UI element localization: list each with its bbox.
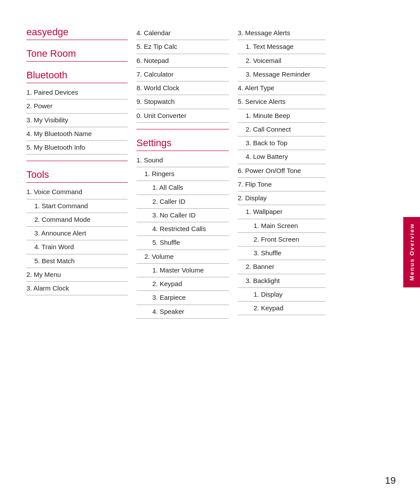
section-header-bluetooth: Bluetooth	[26, 70, 128, 81]
list-item: 4. Restricted Calls	[136, 222, 229, 236]
list-item: 1. All Calls	[136, 181, 229, 195]
list-item: 5. Shuffle	[136, 236, 229, 250]
list-item: 1. Main Screen	[238, 219, 326, 233]
list-item: 3. No Caller ID	[136, 209, 229, 222]
list-item: 1. Sound	[136, 154, 229, 167]
list-item: 1. Ringers	[136, 167, 229, 181]
list-item: 2. Keypad	[136, 277, 229, 291]
list-item: 2. Caller ID	[136, 195, 229, 209]
list-item: 4. Alert Type	[238, 81, 326, 95]
col-left: easyedge Tone Room Bluetooth 1. Paired D…	[26, 26, 136, 319]
list-item: 5. My Bluetooth Info	[26, 141, 128, 155]
list-item: 1. Text Message	[238, 40, 326, 54]
list-item: 1. Start Command	[26, 199, 128, 213]
list-item: 3. Backlight	[238, 274, 326, 288]
section-header-easyedge: easyedge	[26, 26, 128, 38]
list-item: 1. Display	[238, 288, 326, 302]
section-right: 3. Message Alerts 1. Text Message 2. Voi…	[238, 26, 326, 315]
list-item: 1. Voice Command	[26, 185, 128, 199]
list-item: 3. Alarm Clock	[26, 282, 128, 295]
page-container: easyedge Tone Room Bluetooth 1. Paired D…	[0, 0, 420, 345]
list-item: 6. Power On/Off Tone	[238, 164, 326, 178]
list-item: 3. Earpiece	[136, 291, 229, 305]
section-header-tools: Tools	[26, 169, 128, 180]
list-item: 2. My Menu	[26, 268, 128, 282]
list-item: 4. Calendar	[136, 26, 229, 40]
col-mid: 4. Calendar 5. Ez Tip Calc 6. Notepad 7.…	[136, 26, 238, 319]
list-item: 1. Paired Devices	[26, 86, 128, 99]
list-item: 2. Volume	[136, 250, 229, 264]
section-bluetooth: Bluetooth 1. Paired Devices 2. Power 3. …	[26, 70, 128, 155]
list-item: 2. Call Connect	[238, 123, 326, 136]
list-item: 5. Ez Tip Calc	[136, 40, 229, 54]
list-item: 2. Front Screen	[238, 233, 326, 246]
list-item: 8. World Clock	[136, 81, 229, 95]
list-item: 0. Unit Converter	[136, 109, 229, 123]
list-item: 2. Command Mode	[26, 213, 128, 227]
list-item: 1. Minute Beep	[238, 109, 326, 123]
section-easyedge: easyedge	[26, 26, 128, 40]
section-header-toneroom: Tone Room	[26, 48, 128, 59]
content-columns: easyedge Tone Room Bluetooth 1. Paired D…	[26, 26, 407, 319]
list-item: 2. Banner	[238, 260, 326, 274]
list-item: 5. Service Alerts	[238, 95, 326, 109]
list-item: 3. My Visibility	[26, 114, 128, 127]
list-item: 4. Train Word	[26, 240, 128, 254]
side-tab: Menus Overview	[403, 217, 420, 287]
list-item: 3. Back to Top	[238, 136, 326, 150]
list-item: 7. Calculator	[136, 68, 229, 81]
section-tools: Tools 1. Voice Command 1. Start Command …	[26, 169, 128, 295]
section-tools-continued: 4. Calendar 5. Ez Tip Calc 6. Notepad 7.…	[136, 26, 229, 123]
list-item: 3. Message Alerts	[238, 26, 326, 40]
list-item: 6. Notepad	[136, 54, 229, 68]
page-number: 19	[385, 475, 396, 486]
list-item: 1. Wallpaper	[238, 205, 326, 219]
list-item: 2. Keypad	[238, 302, 326, 315]
list-item: 4. Speaker	[136, 305, 229, 319]
list-item: 1. Master Volume	[136, 264, 229, 277]
section-settings: Settings 1. Sound 1. Ringers 1. All Call…	[136, 137, 229, 319]
list-item: 2. Power	[26, 99, 128, 113]
list-item: 2. Voicemail	[238, 54, 326, 68]
list-item: 4. My Bluetooth Name	[26, 127, 128, 141]
list-item: 5. Best Match	[26, 254, 128, 268]
list-item: 3. Announce Alert	[26, 227, 128, 240]
section-toneroom: Tone Room	[26, 48, 128, 62]
list-item: 7. Flip Tone	[238, 178, 326, 191]
list-item: 3. Shuffle	[238, 246, 326, 260]
col-right: 3. Message Alerts 1. Text Message 2. Voi…	[238, 26, 335, 319]
list-item: 4. Low Battery	[238, 150, 326, 164]
section-header-settings: Settings	[136, 137, 229, 149]
list-item: 3. Message Reminder	[238, 68, 326, 81]
list-item: 2. Display	[238, 191, 326, 205]
list-item: 9. Stopwatch	[136, 95, 229, 109]
side-tab-label: Menus Overview	[409, 223, 415, 281]
